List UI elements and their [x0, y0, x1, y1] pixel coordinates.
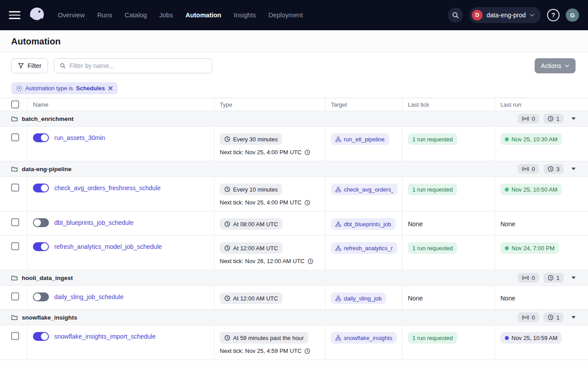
sensor-count-badge[interactable]: 0	[518, 164, 539, 174]
schedule-toggle[interactable]	[33, 242, 49, 251]
last-tick-pill[interactable]: 1 run requested	[408, 184, 457, 195]
automation-type-filter-chip[interactable]: Automation type is Schedules	[11, 82, 118, 94]
target-pill[interactable]: check_avg_orders_	[331, 184, 398, 195]
group-row: data-eng-pipeline 0 3	[0, 161, 588, 177]
schedule-row: snowflake_insights_import_schedule At 59…	[0, 325, 588, 360]
last-run-none: None	[500, 295, 515, 302]
schedule-count-badge[interactable]: 1	[544, 114, 564, 124]
name-filter-input[interactable]	[69, 62, 206, 69]
last-run-pill[interactable]: Nov 25, 10:50 AM	[500, 184, 562, 195]
group-row: hooli_data_ingest 0 1	[0, 270, 588, 286]
schedule-toggle[interactable]	[33, 332, 49, 341]
nav-item-runs[interactable]: Runs	[97, 12, 112, 19]
last-tick-none: None	[408, 220, 423, 228]
last-run-pill[interactable]: Nov 24, 7:00 PM	[500, 242, 559, 254]
row-checkbox[interactable]	[11, 133, 19, 141]
folder-icon	[11, 116, 18, 122]
schedule-toggle[interactable]	[33, 133, 49, 142]
schedule-toggle[interactable]	[33, 184, 49, 192]
nav-item-deployment[interactable]: Deployment	[268, 12, 302, 19]
last-run-pill[interactable]: Nov 25, 10:59 AM	[500, 332, 562, 344]
schedule-row: check_avg_orders_freshness_schdule Every…	[0, 177, 588, 212]
last-tick-pill[interactable]: 1 run requested	[408, 332, 457, 344]
toggle-knob	[41, 243, 48, 250]
chevron-down-icon	[565, 64, 569, 68]
schedule-interval-pill: Every 10 minutes	[220, 184, 282, 195]
user-avatar[interactable]: G	[566, 8, 579, 22]
collapse-caret-icon[interactable]	[572, 117, 576, 120]
target-pill[interactable]: refresh_analytics_r	[331, 242, 397, 254]
run-status-dot	[505, 188, 509, 192]
group-name: hooli_data_ingest	[22, 275, 73, 281]
column-header-target: Target	[325, 98, 402, 111]
schedule-name-link[interactable]: snowflake_insights_import_schedule	[54, 332, 156, 341]
clock-icon	[548, 116, 554, 122]
job-graph-icon	[335, 296, 341, 301]
last-run-pill[interactable]: Nov 25, 10:30 AM	[500, 133, 562, 145]
dagster-logo-icon[interactable]	[28, 6, 46, 24]
schedule-toggle[interactable]	[33, 218, 49, 227]
row-checkbox[interactable]	[11, 292, 19, 300]
clock-icon	[224, 295, 230, 301]
clock-icon	[304, 149, 310, 156]
folder-icon	[11, 275, 18, 281]
help-button[interactable]: ?	[547, 9, 560, 21]
schedule-interval-pill: At 59 minutes past the hour	[220, 332, 308, 344]
nav-links: OverviewRunsCatalogJobsAutomationInsight…	[58, 12, 303, 19]
search-button[interactable]	[448, 8, 463, 23]
clock-icon	[304, 348, 310, 354]
row-checkbox[interactable]	[11, 242, 19, 250]
automation-table: Name Type Target Last tick Last run batc…	[0, 98, 588, 360]
group-name: batch_enrichment	[22, 116, 73, 122]
last-tick-pill[interactable]: 1 run requested	[408, 133, 457, 145]
schedule-name-link[interactable]: dbt_blueprints_job_schedule	[54, 218, 133, 227]
target-pill[interactable]: run_etl_pipeline	[331, 133, 389, 145]
schedule-count-badge[interactable]: 3	[544, 164, 564, 174]
schedule-toggle[interactable]	[33, 292, 49, 301]
schedule-count-badge[interactable]: 1	[544, 312, 564, 322]
actions-button[interactable]: Actions	[535, 58, 576, 73]
schedule-name-link[interactable]: run_assets_30min	[54, 133, 105, 142]
target-pill[interactable]: daily_sling_job	[331, 292, 386, 304]
nav-item-overview[interactable]: Overview	[58, 12, 85, 19]
nav-item-insights[interactable]: Insights	[234, 12, 256, 19]
close-icon[interactable]	[108, 86, 113, 91]
schedule-name-link[interactable]: refresh_analytics_model_job_schedule	[54, 242, 162, 251]
chevron-down-icon	[530, 14, 535, 17]
clock-icon	[224, 335, 230, 341]
next-tick: Next tick: Nov 25, 4:00 PM UTC	[220, 199, 325, 206]
last-tick-pill[interactable]: 1 run requested	[408, 242, 457, 254]
deployment-switcher[interactable]: D data-eng-prod	[469, 7, 541, 23]
filter-button[interactable]: Filter	[11, 58, 48, 73]
target-pill[interactable]: dbt_blueprints_job	[331, 218, 395, 230]
target-pill[interactable]: snowflake_insights	[331, 332, 397, 344]
row-checkbox[interactable]	[11, 184, 19, 192]
nav-item-jobs[interactable]: Jobs	[159, 12, 173, 19]
schedule-name-link[interactable]: check_avg_orders_freshness_schdule	[54, 184, 161, 192]
deployment-badge: D	[472, 10, 483, 20]
hamburger-menu-icon[interactable]	[9, 11, 20, 19]
row-checkbox[interactable]	[11, 332, 19, 340]
group-row: snowflake_insights 0 1	[0, 310, 588, 325]
automation-table-body: batch_enrichment 0 1 run_assets_30min	[0, 111, 588, 360]
row-checkbox[interactable]	[11, 218, 19, 226]
column-header-last-tick: Last tick	[402, 98, 495, 111]
sensor-icon	[522, 166, 529, 172]
sensor-icon	[522, 275, 529, 280]
sensor-count-badge[interactable]: 0	[518, 312, 539, 322]
next-tick: Next tick: Nov 25, 4:59 PM UTC	[220, 348, 325, 354]
collapse-caret-icon[interactable]	[572, 316, 576, 319]
sensor-count-badge[interactable]: 0	[518, 114, 539, 124]
schedule-count-badge[interactable]: 1	[544, 273, 564, 283]
nav-item-automation[interactable]: Automation	[185, 12, 222, 19]
schedule-name-link[interactable]: daily_sling_job_schedule	[54, 292, 124, 301]
schedule-row: refresh_analytics_model_job_schedule At …	[0, 236, 588, 270]
nav-item-catalog[interactable]: Catalog	[125, 12, 147, 19]
collapse-caret-icon[interactable]	[572, 276, 576, 279]
sensor-count-badge[interactable]: 0	[518, 273, 539, 283]
last-run-none: None	[500, 220, 515, 228]
collapse-caret-icon[interactable]	[572, 168, 576, 170]
group-name: data-eng-pipeline	[22, 166, 72, 172]
select-all-checkbox[interactable]	[11, 100, 19, 108]
clock-icon	[548, 275, 554, 281]
